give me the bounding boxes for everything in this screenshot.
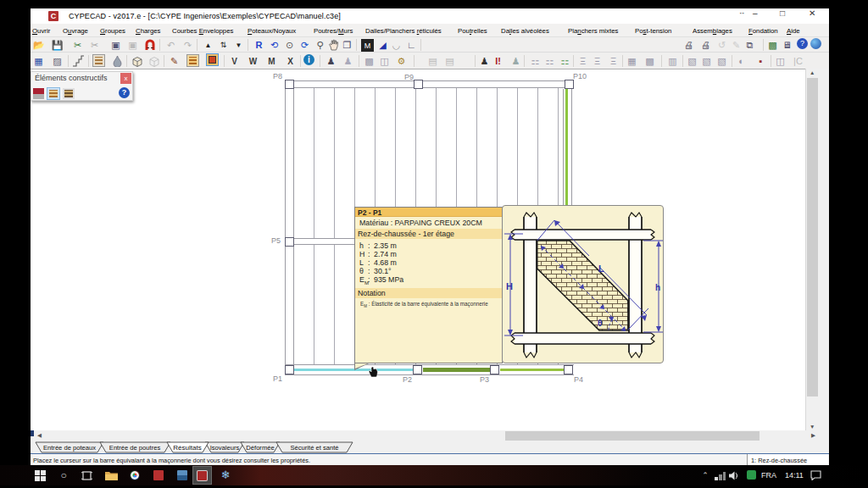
svg-text:L: L [598, 263, 604, 274]
svg-text:Entrée de poteaux: Entrée de poteaux [43, 444, 96, 452]
svg-text:θ: θ [598, 319, 602, 328]
svg-text:Déformée: Déformée [246, 444, 274, 452]
svg-text:Résultats: Résultats [173, 444, 201, 452]
svg-text:H: H [506, 281, 513, 291]
svg-text:Isovaleurs: Isovaleurs [210, 444, 240, 452]
svg-text:h: h [655, 283, 660, 292]
svg-text:Sécurité et santé: Sécurité et santé [291, 444, 339, 452]
svg-text:Entrée de poutres: Entrée de poutres [109, 444, 161, 452]
